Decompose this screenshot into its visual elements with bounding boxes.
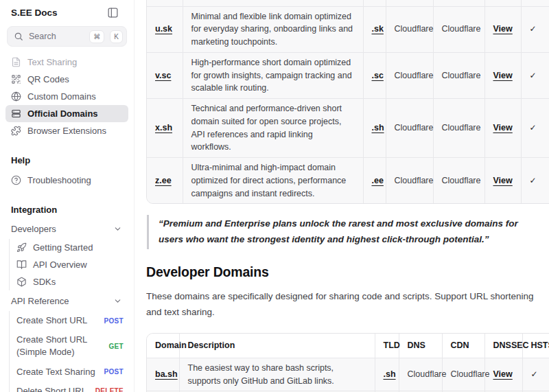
method-badge: DELETE xyxy=(95,387,124,392)
dnssec-view-link[interactable]: View xyxy=(493,123,513,132)
tld-link[interactable]: .ee xyxy=(372,176,384,185)
sidebar-item-create-text-sharing[interactable]: Create Text Sharing POST xyxy=(15,362,125,382)
method-badge: POST xyxy=(104,317,124,325)
api-reference-sublist: Create Short URL POST Create Short URL (… xyxy=(9,311,134,392)
dnssec-view-link[interactable]: View xyxy=(493,71,513,80)
sidebar-item-label: Getting Started xyxy=(33,242,93,253)
search-icon xyxy=(14,32,23,41)
dnssec-view-link[interactable]: View xyxy=(493,369,513,379)
sidebar-item-official-domains[interactable]: Official Domains xyxy=(5,105,128,122)
sidebar-nav: Text Sharing QR Codes Custom Domains Off… xyxy=(0,48,134,139)
sidebar-item-create-short-url[interactable]: Create Short URL POST xyxy=(15,311,125,330)
kbd-k-key: K xyxy=(110,30,123,43)
cdn-value: Cloudflare xyxy=(433,158,484,204)
cdn-value: Cloudflare xyxy=(433,52,484,98)
table-row: ba.sh The easiest way to share bash scri… xyxy=(147,358,549,391)
file-text-icon xyxy=(11,57,21,67)
domain-link[interactable]: ba.sh xyxy=(155,369,178,379)
domain-link[interactable]: u.sk xyxy=(155,24,172,34)
group-label: Developers xyxy=(11,224,56,234)
hsts-checkmark: ✓ xyxy=(530,176,537,185)
table-row: z.ee Ultra-minimal and high-impact domai… xyxy=(147,158,549,204)
col-header-domain: Domain xyxy=(147,334,179,358)
sidebar-item-label: Delete Short URL xyxy=(16,385,90,392)
help-nav: Troubleshooting xyxy=(0,172,134,189)
section-heading-integration: Integration xyxy=(0,205,134,215)
sidebar-item-create-short-url-simple[interactable]: Create Short URL (Simple Mode) GET xyxy=(15,330,125,362)
kbd-cmd-key: ⌘ xyxy=(89,30,104,43)
page-section-title: Developer Domains xyxy=(146,264,549,280)
dns-value: Cloudflare xyxy=(386,52,433,98)
app-window: S.EE Docs Search ⌘ K Text Sharing xyxy=(0,0,549,392)
tld-link[interactable]: .sh xyxy=(372,123,384,132)
help-circle-icon xyxy=(11,175,21,185)
book-open-icon xyxy=(16,260,27,270)
cdn-value: Cloudflare xyxy=(433,99,484,158)
sidebar-item-label: Troubleshooting xyxy=(27,175,91,185)
developer-domains-table: Domain Description TLD DNS CDN DNSSEC HS… xyxy=(146,333,549,392)
method-badge: POST xyxy=(104,368,124,376)
sidebar-item-label: Custom Domains xyxy=(27,91,96,102)
sidebar-item-qr-codes[interactable]: QR Codes xyxy=(5,71,128,88)
sidebar-item-label: Create Short URL xyxy=(16,314,99,327)
sidebar: S.EE Docs Search ⌘ K Text Sharing xyxy=(0,0,135,392)
search-input[interactable]: Search ⌘ K xyxy=(7,26,127,47)
search-placeholder: Search xyxy=(29,32,84,41)
sidebar-item-api-overview[interactable]: API Overview xyxy=(15,256,125,273)
box-icon xyxy=(16,277,27,287)
cdn-value: Cloudflare xyxy=(442,358,484,391)
table-row: v.sc High-performance short domain optim… xyxy=(147,52,549,98)
sidebar-header: S.EE Docs xyxy=(0,4,134,19)
sidebar-item-label: Official Domains xyxy=(27,108,98,119)
dnssec-view-link[interactable]: View xyxy=(493,176,513,185)
domain-link[interactable]: v.sc xyxy=(155,71,171,80)
sidebar-item-delete-short-url[interactable]: Delete Short URL DELETE xyxy=(15,382,125,392)
domain-description: Technical and performance-driven short d… xyxy=(183,99,363,158)
table-row-partial xyxy=(147,0,549,6)
main-content: u.sk Minimal and flexible link domain op… xyxy=(135,0,549,392)
sidebar-item-text-sharing[interactable]: Text Sharing xyxy=(5,54,128,71)
sidebar-item-label: Browser Extensions xyxy=(27,126,106,136)
globe-icon xyxy=(11,91,21,102)
method-badge: GET xyxy=(109,343,124,350)
dnssec-view-link[interactable]: View xyxy=(493,24,513,34)
sidebar-item-custom-domains[interactable]: Custom Domains xyxy=(5,88,128,105)
col-header-description: Description xyxy=(179,334,375,358)
domain-description: Ultra-minimal and high-impact domain opt… xyxy=(183,158,363,204)
premium-quote: “Premium and Enterprise plans unlock the… xyxy=(147,215,539,249)
sidebar-item-label: Create Short URL (Simple Mode) xyxy=(16,334,104,358)
chevron-down-icon xyxy=(113,224,122,233)
domain-link[interactable]: x.sh xyxy=(155,123,172,132)
col-header-dns: DNS xyxy=(399,334,442,358)
sidebar-toggle-icon[interactable] xyxy=(107,7,119,19)
hsts-checkmark: ✓ xyxy=(530,71,537,80)
sidebar-item-sdks[interactable]: SDKs xyxy=(15,273,125,290)
domain-link[interactable]: z.ee xyxy=(155,176,172,185)
sidebar-group-api-reference[interactable]: API Reference xyxy=(0,293,134,309)
col-header-dnssec: DNSSEC xyxy=(484,334,522,358)
dns-value: Cloudflare xyxy=(386,158,433,204)
dns-value: Cloudflare xyxy=(386,99,433,158)
hsts-checkmark: ✓ xyxy=(530,24,537,34)
tld-link[interactable]: .sc xyxy=(372,71,384,80)
sidebar-item-troubleshooting[interactable]: Troubleshooting xyxy=(5,172,128,189)
domain-description: High-performance short domain optimized … xyxy=(183,52,363,98)
tld-link[interactable]: .sk xyxy=(372,24,384,34)
puzzle-icon xyxy=(11,126,21,136)
sidebar-item-label: Text Sharing xyxy=(27,57,77,67)
developers-sublist: Getting Started API Overview SDKs xyxy=(9,239,134,290)
domain-description: Minimal and flexible link domain optimiz… xyxy=(183,6,363,52)
chevron-down-icon xyxy=(113,297,122,305)
sidebar-item-label: SDKs xyxy=(33,277,56,287)
dns-value: Cloudflare xyxy=(386,6,433,52)
group-label: API Reference xyxy=(11,296,69,306)
sidebar-item-getting-started[interactable]: Getting Started xyxy=(15,239,125,256)
section-heading-help: Help xyxy=(0,155,134,165)
tld-link[interactable]: .sh xyxy=(384,369,396,379)
sidebar-group-developers[interactable]: Developers xyxy=(0,221,134,237)
sidebar-item-browser-extensions[interactable]: Browser Extensions xyxy=(5,122,128,139)
app-title: S.EE Docs xyxy=(11,8,58,18)
col-header-cdn: CDN xyxy=(442,334,484,358)
stack-icon xyxy=(11,108,21,119)
hsts-checkmark: ✓ xyxy=(530,123,537,132)
